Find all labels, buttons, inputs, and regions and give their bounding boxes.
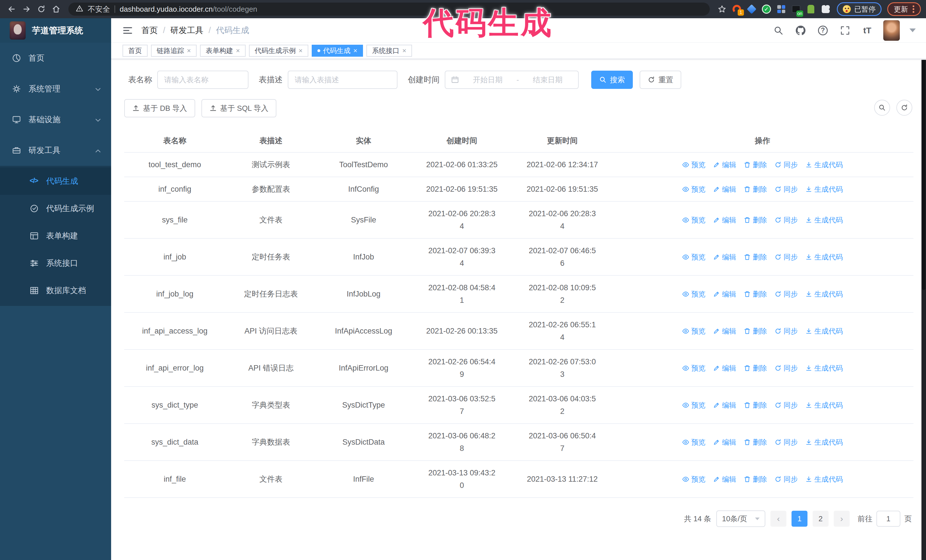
close-icon[interactable]: × <box>299 47 303 54</box>
font-size-icon[interactable]: tT <box>861 24 873 37</box>
delete-link[interactable]: 删除 <box>744 184 767 194</box>
sync-link[interactable]: 同步 <box>775 438 798 447</box>
sync-link[interactable]: 同步 <box>775 474 798 484</box>
edit-link[interactable]: 编辑 <box>713 160 736 169</box>
generate-code-link[interactable]: 生成代码 <box>805 326 843 336</box>
sync-link[interactable]: 同步 <box>775 215 798 225</box>
edit-link[interactable]: 编辑 <box>713 326 736 336</box>
user-avatar[interactable] <box>883 20 900 41</box>
sidebar-item-api[interactable]: 系统接口 <box>0 249 111 277</box>
extension-icon[interactable]: ✓ <box>760 3 773 16</box>
delete-link[interactable]: 删除 <box>744 364 767 373</box>
page-scrollbar[interactable] <box>921 60 926 560</box>
browser-menu-icon[interactable] <box>912 5 914 13</box>
sidebar-item-devtools[interactable]: 研发工具 <box>0 135 111 166</box>
edit-link[interactable]: 编辑 <box>713 400 736 410</box>
back-icon[interactable] <box>5 3 18 16</box>
delete-link[interactable]: 删除 <box>744 215 767 225</box>
breadcrumb-home[interactable]: 首页 <box>141 25 158 36</box>
date-range-picker[interactable]: 开始日期 - 结束日期 <box>445 71 579 89</box>
edit-link[interactable]: 编辑 <box>713 215 736 225</box>
edit-link[interactable]: 编辑 <box>713 184 736 194</box>
tag-tracing[interactable]: 链路追踪× <box>151 45 197 57</box>
home-icon[interactable] <box>50 3 63 16</box>
generate-code-link[interactable]: 生成代码 <box>805 364 843 373</box>
sidebar-item-codegen[interactable]: </> 代码生成 <box>0 168 111 195</box>
extension-icon[interactable]: on <box>790 3 803 16</box>
delete-link[interactable]: 删除 <box>744 474 767 484</box>
forward-icon[interactable] <box>20 3 33 16</box>
search-icon[interactable] <box>772 24 785 37</box>
close-icon[interactable]: × <box>236 47 240 54</box>
sidebar-item-infra[interactable]: 基础设施 <box>0 104 111 135</box>
next-page-button[interactable]: › <box>834 511 850 527</box>
preview-link[interactable]: 预览 <box>682 438 705 447</box>
address-bar[interactable]: 不安全 dashboard.yudao.iocoder.cn/tool/code… <box>68 3 710 16</box>
close-icon[interactable]: × <box>402 47 406 54</box>
import-sql-button[interactable]: 基于 SQL 导入 <box>201 99 277 117</box>
preview-link[interactable]: 预览 <box>682 160 705 169</box>
avatar-caret-icon[interactable] <box>909 29 916 32</box>
generate-code-link[interactable]: 生成代码 <box>805 290 843 299</box>
delete-link[interactable]: 删除 <box>744 326 767 336</box>
profile-paused-badge[interactable]: 已暂停 <box>837 2 882 16</box>
close-icon[interactable]: × <box>353 47 357 54</box>
sidebar-item-codegen-example[interactable]: 代码生成示例 <box>0 195 111 222</box>
page-button-2[interactable]: 2 <box>813 511 829 527</box>
table-name-input[interactable] <box>157 71 248 89</box>
generate-code-link[interactable]: 生成代码 <box>805 438 843 447</box>
sidebar-item-db-doc[interactable]: 数据库文档 <box>0 277 111 304</box>
preview-link[interactable]: 预览 <box>682 474 705 484</box>
sync-link[interactable]: 同步 <box>775 160 798 169</box>
sidebar-collapse-icon[interactable] <box>121 24 134 37</box>
tag-form-builder[interactable]: 表单构建× <box>200 45 246 57</box>
preview-link[interactable]: 预览 <box>682 215 705 225</box>
extension-icon[interactable]: 1 <box>730 3 743 16</box>
delete-link[interactable]: 删除 <box>744 252 767 262</box>
preview-link[interactable]: 预览 <box>682 400 705 410</box>
tag-codegen-example[interactable]: 代码生成示例× <box>249 45 308 57</box>
reset-button[interactable]: 重置 <box>640 71 681 89</box>
sidebar-item-form-builder[interactable]: 表单构建 <box>0 222 111 249</box>
edit-link[interactable]: 编辑 <box>713 364 736 373</box>
tag-codegen[interactable]: 代码生成× <box>312 45 363 57</box>
extensions-puzzle-icon[interactable] <box>819 3 832 16</box>
sidebar-item-home[interactable]: 首页 <box>0 43 111 74</box>
edit-link[interactable]: 编辑 <box>713 290 736 299</box>
refresh-table-icon[interactable] <box>896 100 912 116</box>
bookmark-star-icon[interactable] <box>716 3 729 16</box>
search-button[interactable]: 搜索 <box>591 71 633 89</box>
extension-icon[interactable] <box>804 3 817 16</box>
table-desc-input[interactable] <box>288 71 398 89</box>
edit-link[interactable]: 编辑 <box>713 252 736 262</box>
preview-link[interactable]: 预览 <box>682 326 705 336</box>
browser-update-button[interactable]: 更新 <box>887 2 921 16</box>
help-icon[interactable]: ? <box>817 24 829 37</box>
delete-link[interactable]: 删除 <box>744 290 767 299</box>
page-button-1[interactable]: 1 <box>791 511 808 527</box>
fullscreen-icon[interactable] <box>839 24 851 37</box>
sync-link[interactable]: 同步 <box>775 290 798 299</box>
tag-home[interactable]: 首页 <box>123 45 148 57</box>
generate-code-link[interactable]: 生成代码 <box>805 215 843 225</box>
page-size-select[interactable]: 10条/页 <box>716 510 765 527</box>
import-db-button[interactable]: 基于 DB 导入 <box>124 99 195 117</box>
delete-link[interactable]: 删除 <box>744 438 767 447</box>
edit-link[interactable]: 编辑 <box>713 438 736 447</box>
show-search-icon[interactable] <box>874 100 890 116</box>
sync-link[interactable]: 同步 <box>775 364 798 373</box>
generate-code-link[interactable]: 生成代码 <box>805 252 843 262</box>
sync-link[interactable]: 同步 <box>775 184 798 194</box>
github-icon[interactable] <box>794 24 807 37</box>
prev-page-button[interactable]: ‹ <box>770 511 787 527</box>
extension-icon[interactable] <box>775 3 788 16</box>
extension-icon[interactable] <box>745 3 758 16</box>
reload-icon[interactable] <box>35 3 48 16</box>
preview-link[interactable]: 预览 <box>682 184 705 194</box>
preview-link[interactable]: 预览 <box>682 364 705 373</box>
edit-link[interactable]: 编辑 <box>713 474 736 484</box>
generate-code-link[interactable]: 生成代码 <box>805 160 843 169</box>
delete-link[interactable]: 删除 <box>744 160 767 169</box>
tag-api[interactable]: 系统接口× <box>366 45 412 57</box>
close-icon[interactable]: × <box>187 47 191 54</box>
